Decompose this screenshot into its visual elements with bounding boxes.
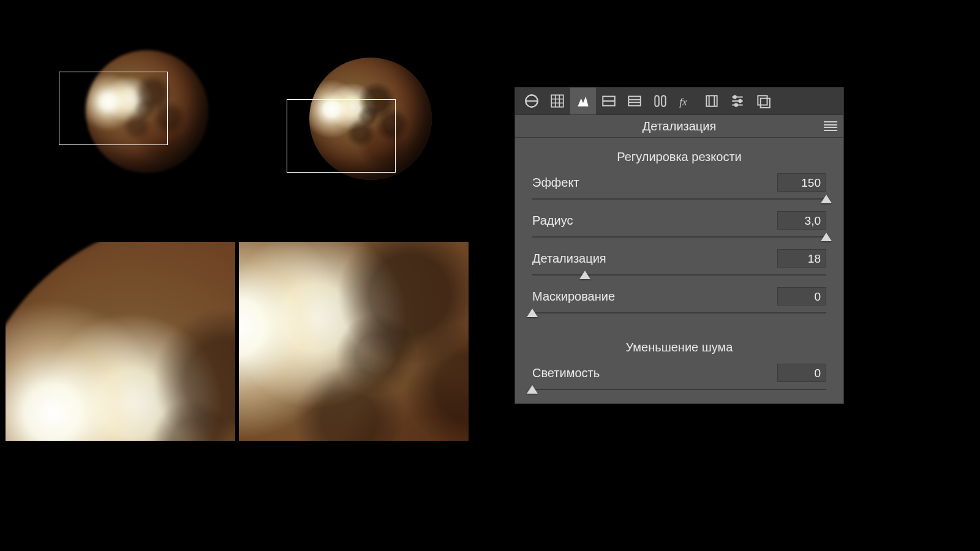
tab-detail[interactable] [570, 88, 596, 114]
section-sharpening-title: Регулировка резкости [515, 144, 843, 173]
tab-calibration[interactable] [699, 88, 725, 114]
slider-radius-handle[interactable] [821, 233, 832, 241]
zoom-crop-after [239, 242, 469, 441]
slider-radius: Радиус [515, 211, 843, 249]
slider-luminance: Светимость [515, 363, 843, 396]
slider-amount-label: Эффект [532, 176, 579, 190]
panel-title-bar: Детализация [515, 114, 843, 138]
slider-masking-handle[interactable] [527, 309, 538, 317]
panel-title-text: Детализация [643, 119, 717, 133]
preview-area [0, 0, 514, 551]
svg-rect-5 [662, 96, 666, 106]
panel-tabstrip: fx [515, 88, 843, 114]
svg-text:fx: fx [679, 96, 687, 108]
svg-rect-7 [706, 96, 717, 106]
svg-rect-4 [655, 96, 659, 106]
svg-rect-11 [758, 96, 767, 105]
slider-amount-handle[interactable] [821, 195, 832, 203]
slider-luminance-handle[interactable] [527, 385, 538, 394]
slider-amount-track[interactable] [532, 196, 826, 208]
slider-masking-label: Маскирование [532, 290, 615, 304]
slider-radius-value[interactable] [777, 211, 826, 230]
panel-menu-icon[interactable] [824, 121, 837, 131]
slider-amount-value[interactable] [777, 173, 826, 192]
slider-luminance-label: Светимость [532, 366, 600, 380]
tab-lens[interactable] [647, 88, 673, 114]
tab-effects[interactable]: fx [673, 88, 699, 114]
tab-split-toning[interactable] [622, 88, 647, 114]
panel-body: Регулировка резкости Эффект Радиус [515, 138, 843, 403]
svg-point-10 [735, 103, 737, 106]
slider-detail-handle[interactable] [579, 271, 590, 279]
selection-box-after[interactable] [287, 99, 396, 173]
slider-detail-track[interactable] [532, 272, 826, 284]
selection-box-before[interactable] [59, 72, 168, 145]
tab-basic[interactable] [519, 88, 545, 114]
slider-amount: Эффект [515, 173, 843, 211]
svg-point-8 [734, 96, 736, 98]
slider-detail-label: Детализация [532, 252, 606, 266]
tab-snapshots[interactable] [750, 88, 776, 114]
slider-radius-label: Радиус [532, 214, 573, 228]
section-noise-title: Уменьшение шума [515, 324, 843, 363]
slider-luminance-track[interactable] [532, 386, 826, 394]
zoom-crop-before [6, 242, 235, 441]
tab-tone-curve[interactable] [545, 88, 570, 114]
svg-rect-1 [551, 95, 564, 107]
detail-panel: fx Детализация Регулировка резкости Эффе… [514, 87, 844, 404]
slider-detail: Детализация [515, 249, 843, 287]
tab-presets[interactable] [725, 88, 750, 114]
svg-rect-3 [628, 96, 641, 105]
slider-masking: Маскирование [515, 287, 843, 324]
slider-luminance-value[interactable] [777, 364, 826, 382]
tab-hsl[interactable] [596, 88, 622, 114]
svg-point-9 [739, 100, 741, 102]
slider-masking-track[interactable] [532, 310, 826, 322]
slider-radius-track[interactable] [532, 234, 826, 246]
slider-detail-value[interactable] [777, 249, 826, 268]
svg-rect-12 [761, 99, 770, 108]
slider-masking-value[interactable] [777, 287, 826, 305]
